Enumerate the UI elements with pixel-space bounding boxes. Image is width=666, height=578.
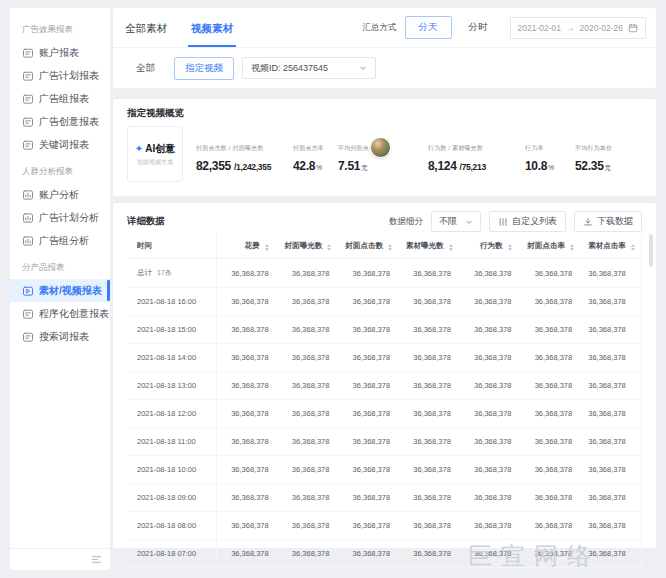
sidebar-item-ad-group-analysis[interactable]: 广告组分析 xyxy=(10,229,110,252)
detail-title: 详细数据 xyxy=(127,215,165,228)
doc-icon xyxy=(22,116,34,128)
table-scrollbar[interactable] xyxy=(649,234,653,267)
data-table-wrap: 时间花费 封面曝光数 封面点击数 素材曝光数 行为数 封面点击率 素材点击率 总… xyxy=(127,234,642,568)
sidebar-item-keyword-report[interactable]: 关键词报表 xyxy=(10,133,110,156)
value-cell: 36,368,378 xyxy=(580,428,641,456)
sidebar-item-material-video-report[interactable]: 素材/视频报表 xyxy=(10,279,110,302)
summary-option-by-hour[interactable]: 分时 xyxy=(455,16,502,39)
value-cell: 36,368,378 xyxy=(277,316,338,344)
total-row: 总计17条36,368,37836,368,37836,368,37836,36… xyxy=(127,259,641,288)
overview-body: ✦ AI创意 智能视频生成 封面点击数 / 封面曝光数 82,355 /1,24… xyxy=(127,126,642,182)
sidebar-section-title: 广告效果报表 xyxy=(10,24,110,36)
sort-icon xyxy=(631,244,635,251)
download-data-button[interactable]: 下载数据 xyxy=(574,211,642,232)
data-segment-select[interactable]: 不限 xyxy=(431,211,481,232)
sort-icon xyxy=(508,244,512,251)
summary-option-by-day[interactable]: 分天 xyxy=(405,16,452,39)
value-cell: 36,368,378 xyxy=(398,540,459,568)
value-cell: 36,368,378 xyxy=(277,288,338,316)
column-header-actions[interactable]: 行为数 xyxy=(459,234,520,259)
value-cell: 36,368,378 xyxy=(520,344,581,372)
metric-value: 7.51元 xyxy=(338,159,428,173)
value-cell: 36,368,378 xyxy=(337,512,398,540)
video-id-select[interactable]: 视频ID: 256437645 xyxy=(242,57,376,79)
column-header-material-impressions[interactable]: 素材曝光数 xyxy=(398,234,459,259)
table-row: 2021-08-18 12:0036,368,37836,368,37836,3… xyxy=(127,400,641,428)
metric-label: 平均行为单价 xyxy=(575,144,642,153)
video-thumbnail[interactable]: ✦ AI创意 智能视频生成 xyxy=(127,126,183,182)
value-cell: 36,368,378 xyxy=(459,316,520,344)
value-cell: 36,368,378 xyxy=(459,456,520,484)
value-cell: 36,368,378 xyxy=(520,259,581,288)
value-cell: 36,368,378 xyxy=(459,484,520,512)
sidebar-section: 广告效果报表账户报表广告计划报表广告组报表广告创意报表关键词报表 xyxy=(10,24,110,156)
value-cell: 36,368,378 xyxy=(580,288,641,316)
value-cell: 36,368,378 xyxy=(398,288,459,316)
tab-all-materials[interactable]: 全部素材 xyxy=(125,8,167,47)
summary-mode-label: 汇总方式 xyxy=(363,22,397,34)
sidebar-section-title: 人群分析报表 xyxy=(10,166,110,178)
value-cell: 36,368,378 xyxy=(337,372,398,400)
customize-columns-button[interactable]: 自定义列表 xyxy=(489,211,566,232)
ai-creative-logo-text: AI创意 xyxy=(145,142,175,156)
sidebar-item-programmatic-creative-report[interactable]: 程序化创意报表 xyxy=(10,302,110,325)
summary-mode-segment: 分天分时 xyxy=(405,16,502,39)
time-cell: 2021-08-18 16:00 xyxy=(127,288,216,316)
sidebar-item-search-term-report[interactable]: 搜索词报表 xyxy=(10,325,110,348)
scope-option-specified-video[interactable]: 指定视频 xyxy=(174,57,234,80)
metric-denominator: /1,242,355 xyxy=(234,162,271,172)
value-cell: 36,368,378 xyxy=(398,456,459,484)
collapse-sidebar-icon[interactable] xyxy=(91,554,102,565)
download-data-label: 下载数据 xyxy=(597,215,633,228)
value-cell: 36,368,378 xyxy=(216,316,277,344)
scope-option-all[interactable]: 全部 xyxy=(125,57,166,80)
sidebar-item-ad-plan-report[interactable]: 广告计划报表 xyxy=(10,64,110,87)
sort-icon xyxy=(388,244,392,251)
data-table: 时间花费 封面曝光数 封面点击数 素材曝光数 行为数 封面点击率 素材点击率 总… xyxy=(127,234,641,568)
data-segment-label: 数据细分 xyxy=(389,216,423,228)
column-header-cover-ctr[interactable]: 封面点击率 xyxy=(520,234,581,259)
calendar-icon xyxy=(628,23,638,33)
value-cell: 36,368,378 xyxy=(337,259,398,288)
column-header-cover-impressions[interactable]: 封面曝光数 xyxy=(277,234,338,259)
customize-columns-label: 自定义列表 xyxy=(512,215,557,228)
value-cell: 36,368,378 xyxy=(580,400,641,428)
table-row: 2021-08-18 10:0036,368,37836,368,37836,3… xyxy=(127,456,641,484)
sidebar-section-title: 分产品报表 xyxy=(10,262,110,274)
sidebar-item-label: 广告计划分析 xyxy=(39,211,99,225)
date-end: 2020-02-26 xyxy=(580,23,623,33)
value-cell: 36,368,378 xyxy=(580,512,641,540)
tab-video-materials[interactable]: 视频素材 xyxy=(191,8,233,47)
sort-icon xyxy=(449,244,453,251)
metric-unit: 元 xyxy=(605,164,611,171)
sidebar-item-label: 程序化创意报表 xyxy=(39,307,109,321)
sparkle-icon: ✦ xyxy=(135,143,143,154)
sidebar-item-label: 搜索词报表 xyxy=(39,330,89,344)
sidebar-item-account-report[interactable]: 账户报表 xyxy=(10,41,110,64)
value-cell: 36,368,378 xyxy=(277,344,338,372)
chart-icon xyxy=(22,212,34,224)
time-cell: 2021-08-18 11:00 xyxy=(127,428,216,456)
value-cell: 36,368,378 xyxy=(398,259,459,288)
scope-options: 全部指定视频 xyxy=(125,57,234,80)
metric-action-rate: 行为率 10.8% xyxy=(525,144,575,173)
date-range-picker[interactable]: 2021-02-01 → 2020-02-26 xyxy=(510,17,646,39)
sidebar-item-ad-group-report[interactable]: 广告组报表 xyxy=(10,87,110,110)
summary-controls: 汇总方式 分天分时 2021-02-01 → 2020-02-26 xyxy=(363,16,646,39)
column-header-cost[interactable]: 花费 xyxy=(216,234,277,259)
sidebar-item-ad-creative-report[interactable]: 广告创意报表 xyxy=(10,110,110,133)
value-cell: 36,368,378 xyxy=(580,456,641,484)
time-cell: 2021-08-18 15:00 xyxy=(127,316,216,344)
chart-icon xyxy=(22,235,34,247)
sidebar-item-account-analysis[interactable]: 账户分析 xyxy=(10,183,110,206)
value-cell: 36,368,378 xyxy=(337,428,398,456)
column-header-cover-clicks[interactable]: 封面点击数 xyxy=(337,234,398,259)
value-cell: 36,368,378 xyxy=(337,316,398,344)
metric-actions-over-impressions: 行为数 / 素材曝光数 8,124 /75,213 xyxy=(428,144,525,173)
download-icon xyxy=(583,217,593,227)
sidebar-item-ad-plan-analysis[interactable]: 广告计划分析 xyxy=(10,206,110,229)
value-cell: 36,368,378 xyxy=(337,456,398,484)
table-row: 2021-08-18 11:0036,368,37836,368,37836,3… xyxy=(127,428,641,456)
value-cell: 36,368,378 xyxy=(459,288,520,316)
column-header-material-ctr[interactable]: 素材点击率 xyxy=(580,234,641,259)
